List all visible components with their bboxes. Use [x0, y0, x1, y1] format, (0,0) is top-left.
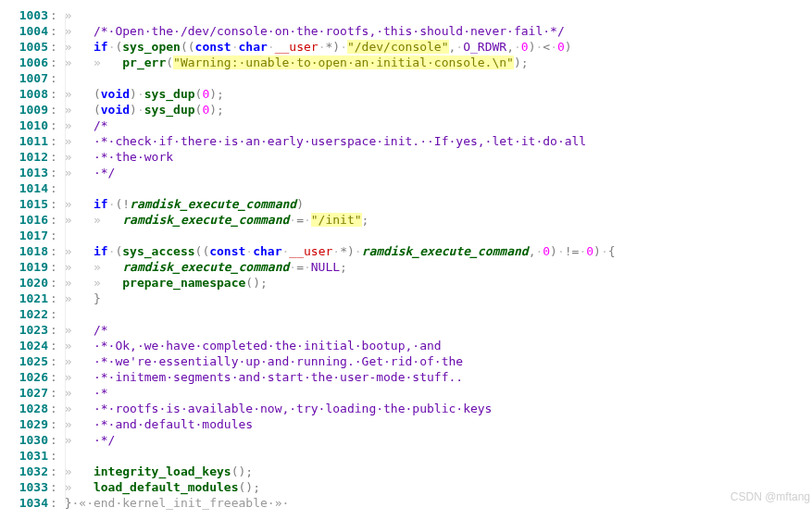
code-line[interactable]: 1003: »	[7, 7, 812, 23]
code-line[interactable]: 1029: » ·*·and·default·modules	[7, 416, 812, 432]
code-line[interactable]: 1009: » (void)·sys_dup(0);	[7, 102, 812, 118]
token-id: ramdisk_execute_command	[130, 197, 296, 211]
code-line[interactable]: 1016: » » ramdisk_execute_command·=·"/in…	[7, 212, 812, 228]
token-kw: void	[101, 103, 130, 117]
token-pun: {	[608, 244, 616, 258]
code-line[interactable]: 1022:	[7, 306, 812, 322]
line-number: 1013	[7, 165, 50, 180]
code-line[interactable]: 1027: » ·*	[7, 385, 812, 401]
code-line[interactable]: 1032: » integrity_load_keys();	[7, 464, 812, 479]
code-line[interactable]: 1034: }·«·end·kernel_init_freeable·»·	[7, 495, 812, 511]
token-pun: )	[593, 244, 601, 258]
line-number: 1028	[7, 401, 50, 416]
code-line[interactable]: 1026: » ·*·initmem·segments·and·start·th…	[7, 369, 812, 385]
code-line[interactable]: 1028: » ·*·rootfs·is·available·now,·try·…	[7, 401, 812, 416]
gutter-separator: :	[50, 244, 65, 258]
token-pun: (	[94, 87, 101, 101]
code-line[interactable]: 1014:	[7, 180, 812, 196]
token-ws: ·	[304, 213, 311, 227]
token-pun: (	[94, 103, 101, 117]
token-fold: ·«·end·kernel_init_freeable·»·	[71, 496, 289, 510]
gutter-separator: :	[50, 118, 65, 132]
token-ws: ·	[289, 260, 296, 274]
gutter-separator: :	[50, 276, 65, 290]
token-num: 0	[557, 40, 565, 54]
token-ws: »	[65, 433, 94, 447]
code-line[interactable]: 1033: » load_default_modules();	[7, 479, 812, 495]
token-mac: NULL	[311, 260, 340, 274]
indent-guide	[65, 15, 66, 503]
token-id: ramdisk_execute_command	[362, 244, 529, 258]
token-cmt: /*	[94, 118, 108, 132]
code-line[interactable]: 1023: » /*	[7, 322, 812, 338]
token-cmt: /*·Open·the·/dev/console·on·the·rootfs,·…	[94, 24, 565, 38]
gutter-separator: :	[50, 134, 65, 148]
token-cmt: ·*·rootfs·is·available·now,·try·loading·…	[94, 402, 492, 415]
code-line[interactable]: 1017:	[7, 228, 812, 243]
token-kw: if	[94, 244, 108, 258]
line-number: 1011	[7, 133, 50, 149]
gutter-separator: :	[50, 339, 65, 353]
token-ws: »	[65, 118, 94, 132]
code-line[interactable]: 1024: » ·*·Ok,·we·have·completed·the·ini…	[7, 338, 812, 353]
token-pun: );	[209, 103, 224, 117]
line-number: 1030	[7, 432, 50, 448]
line-number: 1022	[7, 306, 50, 322]
line-number: 1006	[7, 55, 50, 70]
token-ws: ·	[456, 40, 463, 54]
token-ucl: __user	[275, 40, 319, 54]
token-fn: sys_dup	[144, 103, 195, 117]
token-ws: » »	[65, 260, 123, 274]
token-kw: char	[253, 244, 281, 258]
code-area[interactable]: 1003: »1004: » /*·Open·the·/dev/console·…	[7, 7, 812, 511]
token-fn: integrity_load_keys	[94, 464, 231, 478]
token-fn: prepare_namespace	[122, 276, 245, 290]
token-ws: ·	[304, 260, 311, 274]
line-number: 1025	[7, 353, 50, 369]
token-cmt: ·*·the·work	[94, 150, 173, 164]
code-line[interactable]: 1025: » ·*·we're·essentially·up·and·runn…	[7, 353, 812, 369]
gutter-separator: :	[50, 402, 65, 415]
token-ws: ·	[557, 244, 565, 258]
code-line[interactable]: 1005: » if·(sys_open((const·char·__user·…	[7, 39, 812, 55]
token-str: "/dev/console"	[347, 40, 449, 54]
token-pun: ();	[239, 480, 260, 494]
code-line[interactable]: 1008: » (void)·sys_dup(0);	[7, 86, 812, 102]
token-ws: » »	[65, 56, 123, 69]
code-line[interactable]: 1015: » if·(!ramdisk_execute_command)	[7, 196, 812, 212]
code-line[interactable]: 1011: » ·*·check·if·there·is·an·early·us…	[7, 133, 812, 149]
token-ws: ·	[550, 40, 557, 54]
line-number: 1031	[7, 448, 50, 464]
token-ws: » »	[65, 213, 123, 227]
code-line[interactable]: 1021: » }	[7, 291, 812, 306]
code-line[interactable]: 1012: » ·*·the·work	[7, 149, 812, 165]
token-ws: ·	[601, 244, 608, 258]
line-number: 1003	[7, 7, 50, 23]
code-line[interactable]: 1006: » » pr_err("Warning:·unable·to·ope…	[7, 55, 812, 70]
code-editor[interactable]: 1003: »1004: » /*·Open·the·/dev/console·…	[7, 7, 812, 511]
token-ws: ·	[268, 40, 275, 54]
code-line[interactable]: 1031:	[7, 448, 812, 464]
code-line[interactable]: 1030: » ·*/	[7, 432, 812, 448]
line-number: 1026	[7, 369, 50, 385]
line-number: 1034	[7, 495, 50, 511]
gutter-separator: :	[50, 417, 65, 431]
code-line[interactable]: 1019: » » ramdisk_execute_command·=·NULL…	[7, 259, 812, 275]
code-line[interactable]: 1007:	[7, 70, 812, 86]
token-cmt: /*	[94, 323, 108, 337]
line-number: 1016	[7, 212, 50, 228]
code-line[interactable]: 1010: » /*	[7, 118, 812, 133]
code-line[interactable]: 1020: » » prepare_namespace();	[7, 275, 812, 291]
token-ws: »	[65, 480, 94, 494]
code-line[interactable]: 1013: » ·*/	[7, 165, 812, 180]
code-line[interactable]: 1004: » /*·Open·the·/dev/console·on·the·…	[7, 23, 812, 39]
code-line[interactable]: 1018: » if·(sys_access((const·char·__use…	[7, 243, 812, 259]
token-op: =	[296, 213, 304, 227]
line-number: 1021	[7, 291, 50, 306]
token-pun: )	[565, 40, 572, 54]
gutter-separator: :	[50, 87, 65, 101]
watermark: CSDN @mftang	[731, 489, 810, 505]
line-number: 1032	[7, 464, 50, 479]
gutter-separator: :	[50, 496, 65, 510]
gutter-separator: :	[50, 213, 65, 227]
